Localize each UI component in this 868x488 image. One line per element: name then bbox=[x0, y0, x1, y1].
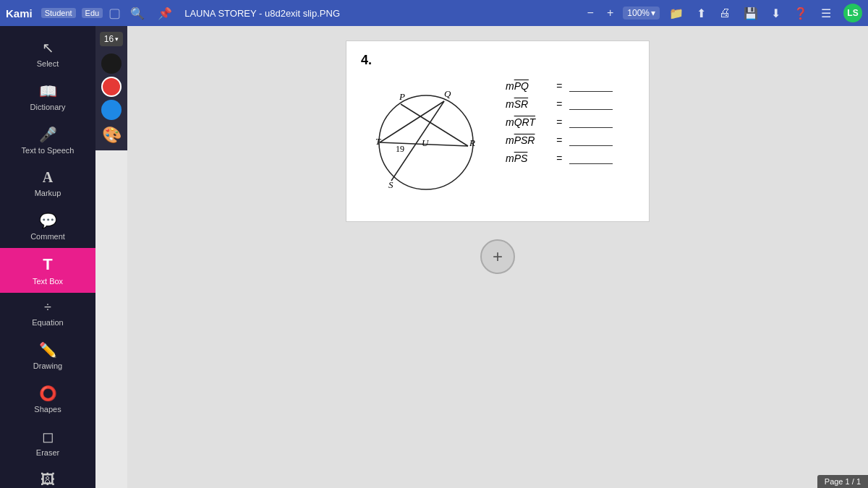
svg-text:19: 19 bbox=[396, 144, 404, 154]
question-content: P Q R S T U 19 mPQ bbox=[361, 74, 634, 207]
sidebar-item-markup[interactable]: A Markup bbox=[0, 162, 95, 205]
file-title: LAUNA STOREY - u8d2exit slip.PNG bbox=[184, 8, 340, 19]
sidebar-item-shapes[interactable]: ⭕ Shapes bbox=[0, 377, 95, 421]
edu-tag[interactable]: Edu bbox=[82, 8, 103, 18]
svg-line-2 bbox=[391, 101, 444, 181]
sidebar-label-equation: Equation bbox=[32, 318, 63, 327]
color-panel: 16 ▾ 🎨 bbox=[95, 26, 127, 150]
svg-text:T: T bbox=[375, 136, 381, 147]
shapes-icon: ⭕ bbox=[39, 385, 57, 402]
eq-row-mqrt: mQRT = bbox=[506, 116, 613, 128]
add-icon: + bbox=[493, 247, 503, 267]
sidebar-item-add-media[interactable]: 🖼 Add Media bbox=[0, 464, 95, 488]
eq-row-msr: mSR = bbox=[506, 98, 613, 110]
svg-text:R: R bbox=[469, 137, 475, 148]
separator-icon: ▢ bbox=[109, 5, 121, 21]
question-number: 4. bbox=[361, 53, 634, 68]
zoom-control[interactable]: 100% ▾ bbox=[623, 7, 660, 20]
eq-row-mps: mPS = bbox=[506, 152, 613, 164]
current-page: 1 bbox=[846, 477, 850, 486]
share-icon[interactable]: ⬆ bbox=[693, 5, 710, 22]
sidebar-item-select[interactable]: ↖ Select bbox=[0, 32, 95, 75]
svg-text:P: P bbox=[399, 91, 405, 102]
text-box-icon: T bbox=[43, 255, 52, 274]
print-icon[interactable]: 🖨 bbox=[715, 5, 734, 21]
circle-diagram: P Q R S T U 19 bbox=[361, 74, 491, 207]
sidebar-label-text-to-speech: Text to Speech bbox=[22, 146, 75, 155]
sidebar: ↖ Select 📖 Dictionary 🎤 Text to Speech A… bbox=[0, 26, 95, 488]
svg-text:S: S bbox=[388, 179, 393, 190]
sidebar-item-dictionary[interactable]: 📖 Dictionary bbox=[0, 75, 95, 119]
font-size-chevron: ▾ bbox=[115, 35, 119, 43]
page-label: Page bbox=[825, 477, 843, 486]
eq-label-mps: mPS bbox=[506, 153, 549, 164]
zoom-chevron: ▾ bbox=[651, 8, 655, 18]
sidebar-label-select: Select bbox=[37, 59, 59, 68]
sidebar-label-eraser: Eraser bbox=[36, 448, 59, 457]
sidebar-label-comment: Comment bbox=[30, 232, 65, 241]
equation-icon: ÷ bbox=[44, 300, 51, 315]
eraser-icon: ◻ bbox=[42, 428, 54, 445]
search-icon[interactable]: 🔍 bbox=[127, 5, 148, 22]
sidebar-label-drawing: Drawing bbox=[33, 361, 62, 370]
save-icon[interactable]: 💾 bbox=[740, 5, 762, 22]
svg-text:U: U bbox=[422, 137, 430, 148]
svg-line-1 bbox=[401, 104, 468, 146]
help-icon[interactable]: ❓ bbox=[790, 5, 812, 22]
bottom-bar: Page 1 / 1 bbox=[817, 475, 868, 488]
eq-row-mpsr: mPSR = bbox=[506, 134, 613, 146]
sidebar-label-dictionary: Dictionary bbox=[30, 103, 66, 111]
question-card: 4. bbox=[346, 40, 650, 222]
svg-text:Q: Q bbox=[444, 88, 451, 99]
sidebar-item-comment[interactable]: 💬 Comment bbox=[0, 205, 95, 248]
kami-logo: Kami bbox=[6, 7, 33, 20]
comment-icon: 💬 bbox=[39, 212, 57, 229]
markup-icon: A bbox=[43, 169, 53, 186]
eq-row-mpq: mPQ = bbox=[506, 80, 613, 92]
folder-icon[interactable]: 📁 bbox=[665, 5, 687, 22]
palette-icon[interactable]: 🎨 bbox=[102, 126, 122, 145]
download-icon[interactable]: ⬇ bbox=[767, 5, 784, 22]
topbar: Kami Student Edu ▢ 🔍 📌 LAUNA STOREY - u8… bbox=[0, 0, 868, 26]
avatar[interactable]: LS bbox=[843, 4, 862, 22]
eq-label-msr: mSR bbox=[506, 98, 549, 110]
total-pages: 1 bbox=[856, 477, 861, 486]
add-button[interactable]: + bbox=[480, 239, 515, 274]
eq-label-mpq: mPQ bbox=[506, 80, 549, 92]
select-icon: ↖ bbox=[42, 39, 54, 56]
equations: mPQ = mSR = mQRT bbox=[506, 74, 613, 164]
sidebar-label-text-box: Text Box bbox=[33, 277, 63, 286]
dictionary-icon: 📖 bbox=[39, 82, 57, 100]
main-content: 4. bbox=[127, 26, 868, 488]
sidebar-label-markup: Markup bbox=[35, 189, 61, 197]
color-black[interactable] bbox=[101, 53, 122, 74]
add-media-icon: 🖼 bbox=[41, 471, 55, 488]
menu-icon[interactable]: ☰ bbox=[817, 5, 835, 22]
sidebar-item-text-to-speech[interactable]: 🎤 Text to Speech bbox=[0, 119, 95, 162]
drawing-icon: ✏️ bbox=[39, 341, 57, 359]
font-size-value: 16 bbox=[104, 34, 114, 44]
sidebar-item-eraser[interactable]: ◻ Eraser bbox=[0, 421, 95, 464]
color-blue[interactable] bbox=[101, 100, 122, 120]
document-area: 4. bbox=[346, 40, 650, 274]
text-to-speech-icon: 🎤 bbox=[39, 126, 57, 143]
svg-line-4 bbox=[380, 101, 444, 142]
minus-icon[interactable]: − bbox=[584, 5, 597, 21]
sidebar-item-text-box[interactable]: T Text Box bbox=[0, 248, 95, 293]
sidebar-label-shapes: Shapes bbox=[34, 405, 61, 414]
font-size-button[interactable]: 16 ▾ bbox=[100, 32, 123, 46]
zoom-value: 100% bbox=[627, 8, 650, 18]
plus-icon[interactable]: + bbox=[603, 5, 617, 21]
color-red[interactable] bbox=[101, 77, 122, 97]
eq-label-mpsr: mPSR bbox=[506, 134, 549, 146]
pin-icon[interactable]: 📌 bbox=[154, 5, 176, 22]
sidebar-item-equation[interactable]: ÷ Equation bbox=[0, 293, 95, 334]
student-tag[interactable]: Student bbox=[41, 8, 76, 18]
sidebar-item-drawing[interactable]: ✏️ Drawing bbox=[0, 334, 95, 377]
eq-label-mqrt: mQRT bbox=[506, 116, 549, 128]
page-separator: / bbox=[852, 477, 854, 486]
